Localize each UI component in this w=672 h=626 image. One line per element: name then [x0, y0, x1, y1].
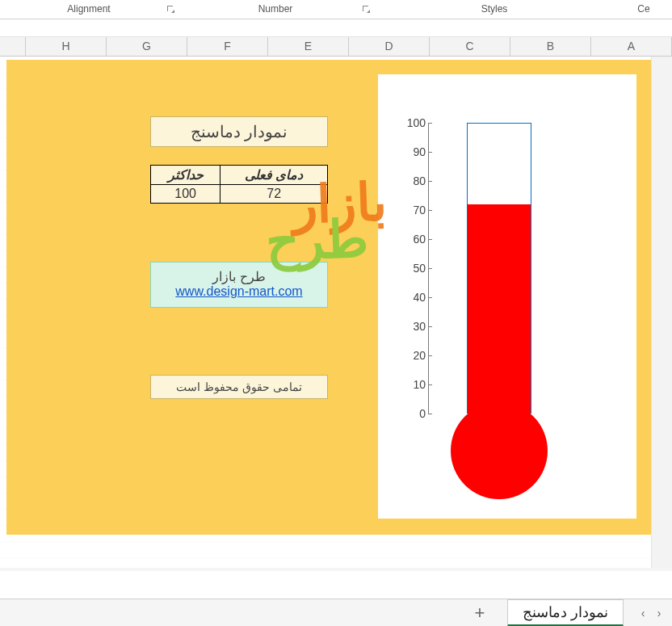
axis-tick: 80 [390, 174, 426, 187]
column-header[interactable]: H [25, 37, 106, 56]
data-table: دمای فعلی حداکثر 72 100 [150, 165, 328, 204]
axis-tick: 30 [390, 320, 426, 333]
ribbon-group-cells: Ce [615, 0, 672, 19]
axis-tick: 70 [390, 204, 426, 216]
header-current-temp: دمای فعلی [220, 166, 328, 185]
chart-y-axis: 100 90 80 70 60 50 40 30 20 10 0 [428, 123, 429, 414]
sheet-tab-bar: › ‹ نمودار دماسنج + [0, 599, 672, 626]
axis-tick: 90 [390, 145, 426, 158]
column-header[interactable]: I [0, 37, 25, 56]
thermometer-chart: 100 90 80 70 60 50 40 30 20 10 0 [378, 74, 636, 519]
brand-link[interactable]: www.design-mart.com [175, 284, 302, 298]
axis-tick: 40 [390, 291, 426, 304]
axis-tick: 100 [390, 116, 426, 129]
chart-title-box: نمودار دماسنج [150, 116, 328, 147]
sheet-tab-active[interactable]: نمودار دماسنج [507, 599, 624, 627]
tab-scroll-right-icon[interactable]: › [651, 607, 667, 620]
axis-tick: 20 [390, 349, 426, 362]
add-sheet-button[interactable]: + [468, 603, 491, 624]
dashboard-panel: 100 90 80 70 60 50 40 30 20 10 0 نمودار … [6, 60, 651, 535]
thermometer-bulb [451, 402, 548, 499]
column-header[interactable]: F [187, 37, 267, 56]
value-current-temp[interactable]: 72 [220, 185, 328, 204]
ribbon-group-cells-label: Ce [637, 3, 649, 15]
worksheet[interactable]: 100 90 80 70 60 50 40 30 20 10 0 نمودار … [0, 57, 672, 568]
axis-tick: 50 [390, 262, 426, 275]
ribbon-group-alignment: Alignment [0, 0, 178, 19]
ribbon-group-alignment-label: Alignment [67, 3, 110, 15]
watermark-line2: طرح [265, 215, 369, 265]
thermometer-tube [467, 123, 531, 414]
ribbon-group-styles-label: Styles [481, 3, 508, 15]
column-header[interactable]: A [590, 37, 671, 56]
row-header-gutter[interactable] [651, 57, 672, 568]
axis-tick: 60 [390, 233, 426, 246]
ribbon-group-labels: Alignment Number Styles Ce [0, 0, 672, 19]
brand-box: طرح بازار www.design-mart.com [150, 262, 328, 308]
axis-tick: 0 [390, 407, 426, 420]
copyright-text: تمامی حقوق محفوظ است [176, 380, 302, 393]
column-header[interactable]: B [510, 37, 590, 56]
table-row: دمای فعلی حداکثر [151, 166, 328, 185]
header-max: حداکثر [151, 166, 220, 185]
column-header[interactable]: G [106, 37, 187, 56]
chart-title: نمودار دماسنج [191, 123, 288, 141]
copyright-box: تمامی حقوق محفوظ است [150, 375, 328, 399]
value-max[interactable]: 100 [151, 185, 220, 204]
column-header[interactable]: D [348, 37, 429, 56]
tab-scroll-left-icon[interactable]: ‹ [635, 607, 651, 620]
table-row: 72 100 [151, 185, 328, 204]
ribbon-group-number-label: Number [258, 3, 293, 15]
column-header[interactable]: E [267, 37, 348, 56]
dialog-launcher-icon[interactable] [362, 5, 370, 13]
ribbon-group-styles: Styles [373, 0, 615, 19]
thermometer-fill [468, 204, 531, 413]
dialog-launcher-icon[interactable] [166, 5, 174, 13]
ribbon-group-number: Number [178, 0, 373, 19]
status-bar [0, 568, 672, 571]
brand-name: طرح بازار [156, 269, 322, 284]
column-headers: A B C D E F G H I [0, 37, 672, 57]
column-header[interactable]: C [429, 37, 510, 56]
axis-tick: 10 [390, 378, 426, 391]
formula-bar-area [0, 19, 672, 37]
